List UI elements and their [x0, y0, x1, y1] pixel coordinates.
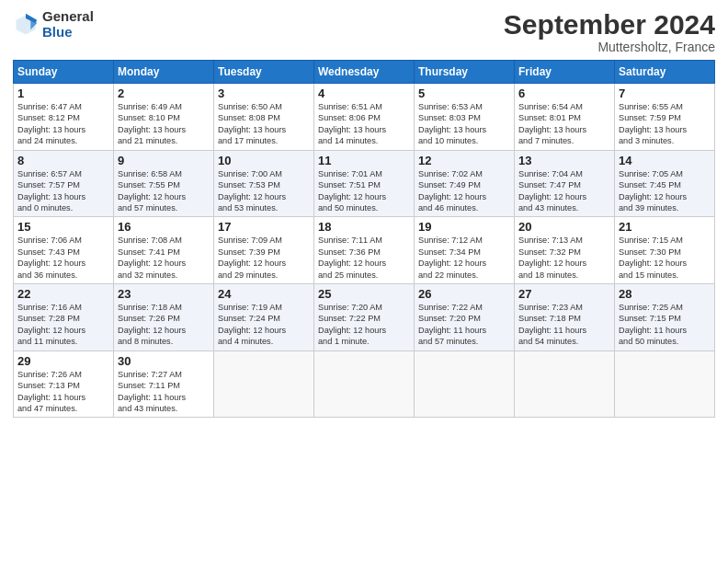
col-saturday: Saturday — [615, 61, 715, 84]
day-info-line: Daylight: 13 hours — [318, 124, 410, 135]
table-cell: 17Sunrise: 7:09 AMSunset: 7:39 PMDayligh… — [214, 217, 314, 284]
day-info-line: Daylight: 11 hours — [17, 392, 109, 403]
week-row-5: 29Sunrise: 7:26 AMSunset: 7:13 PMDayligh… — [14, 350, 715, 418]
day-info-line: Sunrise: 7:23 AM — [518, 302, 610, 313]
table-cell — [615, 350, 715, 418]
day-info-line: and 46 minutes. — [418, 202, 510, 213]
week-row-1: 1Sunrise: 6:47 AMSunset: 8:12 PMDaylight… — [14, 84, 715, 151]
day-info-line: Sunrise: 7:26 AM — [17, 369, 109, 380]
week-row-2: 8Sunrise: 6:57 AMSunset: 7:57 PMDaylight… — [14, 150, 715, 217]
day-info-line: and 8 minutes. — [118, 336, 210, 347]
day-info-line: Daylight: 13 hours — [518, 124, 610, 135]
table-cell — [515, 350, 615, 418]
col-thursday: Thursday — [415, 61, 515, 84]
day-info-line: Sunrise: 7:25 AM — [619, 302, 711, 313]
day-info-line: Sunset: 7:13 PM — [17, 380, 109, 391]
table-cell: 26Sunrise: 7:22 AMSunset: 7:20 PMDayligh… — [415, 284, 515, 351]
day-info-line: Sunset: 7:36 PM — [318, 247, 410, 258]
day-number: 7 — [619, 86, 711, 100]
table-cell: 4Sunrise: 6:51 AMSunset: 8:06 PMDaylight… — [314, 84, 415, 151]
day-info: Sunrise: 7:11 AMSunset: 7:36 PMDaylight:… — [318, 235, 410, 281]
day-info-line: Sunrise: 6:50 AM — [218, 101, 310, 112]
day-info-line: Sunrise: 7:27 AM — [118, 369, 210, 380]
logo: General Blue — [13, 9, 94, 40]
day-info-line: and 32 minutes. — [118, 270, 210, 281]
table-cell: 18Sunrise: 7:11 AMSunset: 7:36 PMDayligh… — [314, 217, 415, 284]
day-info-line: Sunset: 7:47 PM — [518, 179, 610, 190]
day-info-line: Sunrise: 7:01 AM — [318, 168, 410, 179]
day-info-line: Sunset: 8:12 PM — [17, 112, 109, 123]
day-info: Sunrise: 7:16 AMSunset: 7:28 PMDaylight:… — [17, 302, 109, 348]
day-info: Sunrise: 6:55 AMSunset: 7:59 PMDaylight:… — [619, 101, 711, 147]
day-info-line: and 3 minutes. — [619, 135, 711, 146]
day-info-line: Sunset: 8:03 PM — [418, 112, 510, 123]
day-info: Sunrise: 7:23 AMSunset: 7:18 PMDaylight:… — [518, 302, 610, 348]
day-info-line: Sunrise: 7:09 AM — [218, 235, 310, 246]
day-number: 1 — [17, 86, 109, 100]
day-info-line: Sunrise: 6:53 AM — [418, 101, 510, 112]
col-friday: Friday — [515, 61, 615, 84]
day-info: Sunrise: 7:18 AMSunset: 7:26 PMDaylight:… — [118, 302, 210, 348]
day-info-line: Sunset: 8:10 PM — [118, 112, 210, 123]
table-cell: 14Sunrise: 7:05 AMSunset: 7:45 PMDayligh… — [615, 150, 715, 217]
table-cell: 9Sunrise: 6:58 AMSunset: 7:55 PMDaylight… — [114, 150, 214, 217]
day-info: Sunrise: 7:25 AMSunset: 7:15 PMDaylight:… — [619, 302, 711, 348]
day-info-line: Sunrise: 7:16 AM — [17, 302, 109, 313]
day-info: Sunrise: 6:49 AMSunset: 8:10 PMDaylight:… — [118, 101, 210, 147]
col-tuesday: Tuesday — [214, 61, 314, 84]
day-info-line: Sunset: 7:41 PM — [118, 247, 210, 258]
day-info-line: Daylight: 13 hours — [17, 124, 109, 135]
day-info-line: Sunset: 7:34 PM — [418, 247, 510, 258]
day-info: Sunrise: 6:57 AMSunset: 7:57 PMDaylight:… — [17, 168, 109, 214]
day-info-line: and 14 minutes. — [318, 135, 410, 146]
day-number: 25 — [318, 287, 410, 301]
day-info-line: and 18 minutes. — [518, 270, 610, 281]
day-number: 18 — [318, 220, 410, 234]
logo-blue-text: Blue — [42, 25, 94, 40]
day-info-line: Daylight: 11 hours — [619, 325, 711, 336]
day-info-line: and 36 minutes. — [17, 270, 109, 281]
table-cell: 11Sunrise: 7:01 AMSunset: 7:51 PMDayligh… — [314, 150, 415, 217]
day-info: Sunrise: 7:12 AMSunset: 7:34 PMDaylight:… — [418, 235, 510, 281]
day-info: Sunrise: 7:13 AMSunset: 7:32 PMDaylight:… — [518, 235, 610, 281]
day-info-line: Sunset: 7:30 PM — [619, 247, 711, 258]
table-cell: 10Sunrise: 7:00 AMSunset: 7:53 PMDayligh… — [214, 150, 314, 217]
table-cell: 3Sunrise: 6:50 AMSunset: 8:08 PMDaylight… — [214, 84, 314, 151]
day-info-line: Daylight: 12 hours — [518, 191, 610, 202]
day-info-line: Sunset: 7:59 PM — [619, 112, 711, 123]
day-info-line: Sunrise: 7:06 AM — [17, 235, 109, 246]
day-info-line: Sunset: 7:20 PM — [418, 313, 510, 324]
day-info-line: Sunrise: 6:47 AM — [17, 101, 109, 112]
day-info: Sunrise: 7:05 AMSunset: 7:45 PMDaylight:… — [619, 168, 711, 214]
day-info-line: Sunset: 7:57 PM — [17, 179, 109, 190]
day-info: Sunrise: 7:09 AMSunset: 7:39 PMDaylight:… — [218, 235, 310, 281]
day-info-line: Daylight: 12 hours — [17, 325, 109, 336]
day-info: Sunrise: 7:00 AMSunset: 7:53 PMDaylight:… — [218, 168, 310, 214]
day-info-line: and 24 minutes. — [17, 135, 109, 146]
day-info-line: and 53 minutes. — [218, 202, 310, 213]
day-number: 19 — [418, 220, 510, 234]
day-info-line: Sunset: 7:39 PM — [218, 247, 310, 258]
day-info-line: Sunrise: 7:05 AM — [619, 168, 711, 179]
day-info: Sunrise: 7:20 AMSunset: 7:22 PMDaylight:… — [318, 302, 410, 348]
day-info-line: Daylight: 11 hours — [418, 325, 510, 336]
day-number: 10 — [218, 154, 310, 167]
day-info: Sunrise: 6:47 AMSunset: 8:12 PMDaylight:… — [17, 101, 109, 147]
table-cell — [214, 350, 314, 418]
day-number: 15 — [17, 220, 109, 234]
day-info: Sunrise: 7:02 AMSunset: 7:49 PMDaylight:… — [418, 168, 510, 214]
day-info-line: Daylight: 12 hours — [619, 191, 711, 202]
day-info-line: Sunset: 7:11 PM — [118, 380, 210, 391]
day-info-line: and 39 minutes. — [619, 202, 711, 213]
table-cell: 12Sunrise: 7:02 AMSunset: 7:49 PMDayligh… — [415, 150, 515, 217]
table-cell: 7Sunrise: 6:55 AMSunset: 7:59 PMDaylight… — [615, 84, 715, 151]
week-row-4: 22Sunrise: 7:16 AMSunset: 7:28 PMDayligh… — [14, 284, 715, 351]
day-info-line: Daylight: 12 hours — [118, 325, 210, 336]
day-info-line: Daylight: 12 hours — [318, 325, 410, 336]
table-cell — [314, 350, 415, 418]
table-cell: 13Sunrise: 7:04 AMSunset: 7:47 PMDayligh… — [515, 150, 615, 217]
day-number: 21 — [619, 220, 711, 234]
day-info-line: and 43 minutes. — [118, 403, 210, 414]
day-number: 26 — [418, 287, 510, 301]
day-number: 6 — [518, 86, 610, 100]
